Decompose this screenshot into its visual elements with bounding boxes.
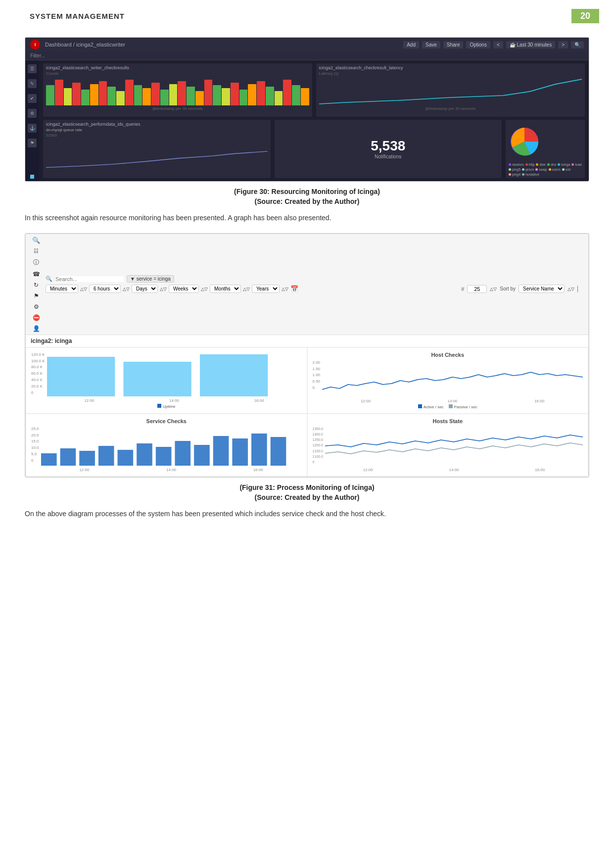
time-val2-select[interactable]: Weeks [169, 285, 199, 293]
sort-select[interactable]: Service Name [519, 285, 565, 293]
line-chart-latency [319, 77, 582, 106]
svg-rect-14 [232, 438, 248, 466]
chart-subtitle-2: @timestamp per 30 seconds [319, 106, 582, 111]
svg-rect-16 [270, 437, 286, 466]
topbar-right: 🔍 ▼ service = icinga Minutes △▽ 6 hours [46, 275, 583, 293]
page-header: SYSTEM MANAGEMENT 20 [0, 0, 614, 28]
hosts-state-panel: Hosts State 1350.0 1300.0 1250.0 1200.0 … [307, 414, 589, 477]
page-number: 20 [571, 9, 599, 23]
monitor-sidebar-icons: 🔍 ☷ ⓘ ☎ ↻ ⚑ ⚙ ⛔ 👤 [31, 237, 42, 332]
search-button[interactable]: 🔍 [571, 41, 584, 48]
share-button[interactable]: Share [443, 41, 464, 48]
time-unit2-select[interactable]: Days [132, 285, 158, 293]
replay-icon[interactable]: ↻ [34, 282, 39, 289]
time-unit1-select[interactable]: Minutes [46, 285, 78, 293]
chart-card-latency: icinga2_elasticsearch_checkresult_latenc… [316, 63, 585, 117]
hosts-state-xaxis: 12:0014:0016:00 [325, 468, 583, 472]
time-val1-select[interactable]: 6 hours [89, 285, 121, 293]
settings-icon[interactable]: ⚙ [34, 303, 39, 310]
icinga-topbar: I Dashboard / icinga2_elasticwriter Add … [25, 38, 589, 51]
host-checks-svg [322, 360, 583, 397]
svg-rect-7 [98, 446, 114, 466]
dashboard-path: Dashboard / icinga2_elasticwriter [45, 42, 125, 48]
time-unit3-select[interactable]: Months [210, 285, 241, 293]
grid-icon[interactable]: ☷ [34, 248, 39, 254]
hosts-state-title: Hosts State [313, 418, 583, 424]
sidebar-icon-1[interactable]: ☰ [28, 64, 37, 73]
prev-button[interactable]: < [493, 41, 503, 48]
svg-rect-4 [41, 453, 57, 466]
chart-row-1: icinga2_elasticsearch_writer_checkresult… [43, 63, 585, 117]
icinga-buttons: Add Save Share Options < ☕ Last 30 minut… [403, 41, 584, 48]
figure-30-block: I Dashboard / icinga2_elasticwriter Add … [25, 37, 589, 182]
arrow-icon-5: △▽ [243, 287, 250, 291]
icinga-logo: I [30, 40, 40, 49]
service-checks-title: Service Checks [31, 418, 302, 424]
service-checks-yaxis: 25.0 20.0 15.0 10.0 5.0 0 [31, 426, 39, 472]
figure-31-block: 🔍 ☷ ⓘ ☎ ↻ ⚑ ⚙ ⛔ 👤 🔍 ▼ service = icinga [25, 233, 589, 478]
service-checks-svg [41, 426, 302, 466]
user-icon[interactable]: 👤 [33, 325, 40, 332]
arrow-icon-6: △▽ [282, 287, 288, 291]
host-checks-yaxis: 2.00 1.50 1.00 0.50 0 [313, 360, 321, 403]
hosts-state-svg [325, 426, 583, 466]
sidebar-icon-4[interactable]: ⚙ [28, 109, 37, 118]
save-button[interactable]: Save [422, 41, 440, 48]
figure-31-caption: (Figure 31: Process Monitoring of Icinga… [0, 483, 614, 491]
time-filter-bar: Minutes △▽ 6 hours △▽ Days △▽ Weeks [46, 285, 458, 293]
svg-rect-8 [117, 450, 133, 466]
uptime-svg [47, 352, 302, 396]
search-input[interactable] [55, 276, 124, 282]
svg-rect-6 [79, 451, 95, 466]
svg-rect-15 [251, 434, 267, 466]
icinga-filter: Filter... [25, 51, 589, 60]
uptime-yaxis: 120.0 K 100.0 K 80.0 K 60.0 K 40.0 K 20.… [31, 352, 45, 403]
pie-legend: random http disk dns icinga load ping5 p… [509, 163, 582, 176]
svg-rect-12 [194, 445, 210, 466]
column-icon[interactable]: ⎸ [577, 285, 583, 293]
sidebar-icon-2[interactable]: ✎ [28, 79, 37, 88]
info-icon[interactable]: ⓘ [33, 258, 39, 267]
time-val3-select[interactable]: Years [252, 285, 280, 293]
num-input[interactable] [467, 285, 487, 293]
hosts-state-yaxis: 1350.0 1300.0 1250.0 1200.0 1150.0 1100.… [313, 426, 323, 472]
arrow-icon-2: △▽ [123, 287, 130, 291]
bar-chart-1 [46, 77, 309, 106]
filter-tag[interactable]: ▼ service = icinga [127, 275, 174, 283]
host-checks-panel: Host Checks 2.00 1.50 1.00 0.50 0 [307, 347, 589, 414]
chart-card-checkresults: icinga2_elasticsearch_writer_checkresult… [43, 63, 312, 117]
paragraph-2: On the above diagram processes of the sy… [25, 508, 589, 520]
figure-31-source: (Source: Created by the Author) [0, 493, 614, 501]
chart-title-3: icinga2_elasticsearch_performdata_ids_qu… [46, 122, 268, 127]
icinga-body: ☰ ✎ ✔ ⚙ ⚓ ⚑ icinga2_elasticsearch_writer… [25, 60, 589, 181]
uptime-xaxis: 12:0014:0016:00 [47, 398, 302, 403]
options-button[interactable]: Options [466, 41, 490, 48]
num-arrows: △▽ [490, 287, 497, 291]
chart-card-pie: random http disk dns icinga load ping5 p… [506, 120, 585, 178]
chart-row-2: icinga2_elasticsearch_performdata_ids_qu… [43, 120, 585, 178]
page-title: SYSTEM MANAGEMENT [30, 12, 125, 20]
sidebar-icon-3[interactable]: ✔ [28, 94, 37, 103]
add-button[interactable]: Add [403, 41, 419, 48]
svg-rect-5 [60, 448, 76, 466]
search-icon-sidebar[interactable]: 🔍 [32, 237, 40, 244]
sidebar-icon-5[interactable]: ⚓ [28, 124, 37, 133]
chart-card-notifications: 5,538 Notifications [275, 120, 502, 178]
uptime-chart-panel: 120.0 K 100.0 K 80.0 K 60.0 K 40.0 K 20.… [26, 347, 307, 414]
sidebar-icon-6[interactable]: ⚑ [28, 139, 37, 147]
monitor-right-controls: # △▽ Sort by Service Name △▽ ⎸ [461, 285, 583, 293]
service-checks-panel: Service Checks 25.0 20.0 15.0 10.0 5.0 0 [26, 414, 307, 477]
person-icon[interactable]: ☎ [33, 271, 40, 278]
svg-rect-11 [175, 441, 190, 466]
svg-rect-2 [123, 362, 191, 396]
svg-rect-10 [155, 447, 171, 466]
chart-card-queries: icinga2_elasticsearch_performdata_ids_qu… [43, 120, 271, 178]
next-button[interactable]: > [558, 41, 568, 48]
search-filter-row: 🔍 ▼ service = icinga [46, 275, 583, 283]
wrench-icon[interactable]: ⛔ [33, 314, 40, 321]
flag-icon[interactable]: ⚑ [34, 292, 39, 299]
timerange-button[interactable]: ☕ Last 30 minutes [506, 41, 555, 48]
icinga-sidebar: ☰ ✎ ✔ ⚙ ⚓ ⚑ [25, 60, 39, 181]
icinga2-monitor: 🔍 ☷ ⓘ ☎ ↻ ⚑ ⚙ ⛔ 👤 🔍 ▼ service = icinga [25, 234, 589, 477]
calendar-icon[interactable]: 📅 [290, 285, 298, 292]
